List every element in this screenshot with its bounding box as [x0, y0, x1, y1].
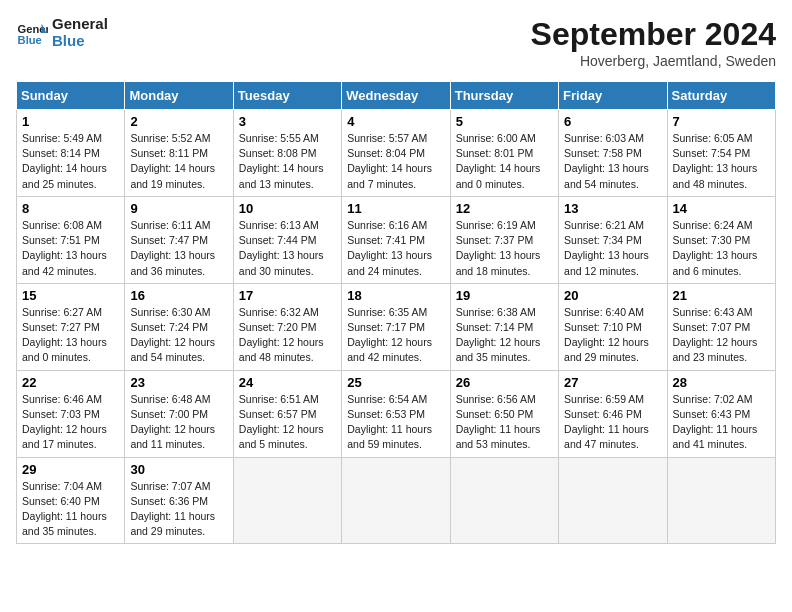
- day-info: Sunrise: 6:48 AMSunset: 7:00 PMDaylight:…: [130, 392, 227, 453]
- table-row: 12 Sunrise: 6:19 AMSunset: 7:37 PMDaylig…: [450, 196, 558, 283]
- col-wednesday: Wednesday: [342, 82, 450, 110]
- day-number: 8: [22, 201, 119, 216]
- day-info: Sunrise: 6:38 AMSunset: 7:14 PMDaylight:…: [456, 305, 553, 366]
- day-number: 17: [239, 288, 336, 303]
- table-row: 30 Sunrise: 7:07 AMSunset: 6:36 PMDaylig…: [125, 457, 233, 544]
- table-row: 1 Sunrise: 5:49 AMSunset: 8:14 PMDayligh…: [17, 110, 125, 197]
- table-row: 28 Sunrise: 7:02 AMSunset: 6:43 PMDaylig…: [667, 370, 775, 457]
- table-row: [559, 457, 667, 544]
- table-row: [450, 457, 558, 544]
- table-row: 4 Sunrise: 5:57 AMSunset: 8:04 PMDayligh…: [342, 110, 450, 197]
- table-row: [667, 457, 775, 544]
- day-number: 30: [130, 462, 227, 477]
- logo-icon: General Blue: [16, 17, 48, 49]
- day-info: Sunrise: 5:57 AMSunset: 8:04 PMDaylight:…: [347, 131, 444, 192]
- day-info: Sunrise: 6:30 AMSunset: 7:24 PMDaylight:…: [130, 305, 227, 366]
- table-row: 21 Sunrise: 6:43 AMSunset: 7:07 PMDaylig…: [667, 283, 775, 370]
- table-row: 11 Sunrise: 6:16 AMSunset: 7:41 PMDaylig…: [342, 196, 450, 283]
- day-info: Sunrise: 6:43 AMSunset: 7:07 PMDaylight:…: [673, 305, 770, 366]
- table-row: 10 Sunrise: 6:13 AMSunset: 7:44 PMDaylig…: [233, 196, 341, 283]
- day-number: 25: [347, 375, 444, 390]
- day-info: Sunrise: 7:07 AMSunset: 6:36 PMDaylight:…: [130, 479, 227, 540]
- day-info: Sunrise: 6:00 AMSunset: 8:01 PMDaylight:…: [456, 131, 553, 192]
- day-info: Sunrise: 6:56 AMSunset: 6:50 PMDaylight:…: [456, 392, 553, 453]
- day-number: 15: [22, 288, 119, 303]
- calendar-header-row: Sunday Monday Tuesday Wednesday Thursday…: [17, 82, 776, 110]
- day-info: Sunrise: 6:19 AMSunset: 7:37 PMDaylight:…: [456, 218, 553, 279]
- day-info: Sunrise: 5:55 AMSunset: 8:08 PMDaylight:…: [239, 131, 336, 192]
- table-row: 18 Sunrise: 6:35 AMSunset: 7:17 PMDaylig…: [342, 283, 450, 370]
- calendar-week-3: 15 Sunrise: 6:27 AMSunset: 7:27 PMDaylig…: [17, 283, 776, 370]
- table-row: 2 Sunrise: 5:52 AMSunset: 8:11 PMDayligh…: [125, 110, 233, 197]
- day-info: Sunrise: 5:52 AMSunset: 8:11 PMDaylight:…: [130, 131, 227, 192]
- day-number: 24: [239, 375, 336, 390]
- day-number: 28: [673, 375, 770, 390]
- day-number: 23: [130, 375, 227, 390]
- day-info: Sunrise: 6:11 AMSunset: 7:47 PMDaylight:…: [130, 218, 227, 279]
- day-info: Sunrise: 6:08 AMSunset: 7:51 PMDaylight:…: [22, 218, 119, 279]
- day-number: 11: [347, 201, 444, 216]
- day-info: Sunrise: 6:16 AMSunset: 7:41 PMDaylight:…: [347, 218, 444, 279]
- table-row: 7 Sunrise: 6:05 AMSunset: 7:54 PMDayligh…: [667, 110, 775, 197]
- day-info: Sunrise: 6:21 AMSunset: 7:34 PMDaylight:…: [564, 218, 661, 279]
- day-number: 13: [564, 201, 661, 216]
- day-info: Sunrise: 7:04 AMSunset: 6:40 PMDaylight:…: [22, 479, 119, 540]
- table-row: 5 Sunrise: 6:00 AMSunset: 8:01 PMDayligh…: [450, 110, 558, 197]
- day-number: 10: [239, 201, 336, 216]
- table-row: 15 Sunrise: 6:27 AMSunset: 7:27 PMDaylig…: [17, 283, 125, 370]
- logo-blue-text: Blue: [52, 33, 108, 50]
- day-number: 18: [347, 288, 444, 303]
- day-info: Sunrise: 6:24 AMSunset: 7:30 PMDaylight:…: [673, 218, 770, 279]
- day-info: Sunrise: 6:27 AMSunset: 7:27 PMDaylight:…: [22, 305, 119, 366]
- col-saturday: Saturday: [667, 82, 775, 110]
- location: Hoverberg, Jaemtland, Sweden: [531, 53, 776, 69]
- day-info: Sunrise: 6:05 AMSunset: 7:54 PMDaylight:…: [673, 131, 770, 192]
- day-number: 16: [130, 288, 227, 303]
- day-info: Sunrise: 6:51 AMSunset: 6:57 PMDaylight:…: [239, 392, 336, 453]
- table-row: 6 Sunrise: 6:03 AMSunset: 7:58 PMDayligh…: [559, 110, 667, 197]
- day-info: Sunrise: 6:32 AMSunset: 7:20 PMDaylight:…: [239, 305, 336, 366]
- day-number: 12: [456, 201, 553, 216]
- day-info: Sunrise: 6:46 AMSunset: 7:03 PMDaylight:…: [22, 392, 119, 453]
- day-number: 7: [673, 114, 770, 129]
- table-row: 25 Sunrise: 6:54 AMSunset: 6:53 PMDaylig…: [342, 370, 450, 457]
- table-row: 26 Sunrise: 6:56 AMSunset: 6:50 PMDaylig…: [450, 370, 558, 457]
- day-number: 1: [22, 114, 119, 129]
- calendar-week-1: 1 Sunrise: 5:49 AMSunset: 8:14 PMDayligh…: [17, 110, 776, 197]
- day-number: 27: [564, 375, 661, 390]
- col-tuesday: Tuesday: [233, 82, 341, 110]
- table-row: [342, 457, 450, 544]
- day-info: Sunrise: 6:35 AMSunset: 7:17 PMDaylight:…: [347, 305, 444, 366]
- day-number: 2: [130, 114, 227, 129]
- day-info: Sunrise: 5:49 AMSunset: 8:14 PMDaylight:…: [22, 131, 119, 192]
- calendar-week-5: 29 Sunrise: 7:04 AMSunset: 6:40 PMDaylig…: [17, 457, 776, 544]
- day-number: 26: [456, 375, 553, 390]
- month-title: September 2024: [531, 16, 776, 53]
- page-header: General Blue General Blue September 2024…: [16, 16, 776, 69]
- table-row: 19 Sunrise: 6:38 AMSunset: 7:14 PMDaylig…: [450, 283, 558, 370]
- table-row: 8 Sunrise: 6:08 AMSunset: 7:51 PMDayligh…: [17, 196, 125, 283]
- svg-text:Blue: Blue: [18, 34, 42, 46]
- day-info: Sunrise: 6:13 AMSunset: 7:44 PMDaylight:…: [239, 218, 336, 279]
- table-row: 20 Sunrise: 6:40 AMSunset: 7:10 PMDaylig…: [559, 283, 667, 370]
- day-number: 22: [22, 375, 119, 390]
- day-number: 5: [456, 114, 553, 129]
- day-number: 14: [673, 201, 770, 216]
- day-info: Sunrise: 6:03 AMSunset: 7:58 PMDaylight:…: [564, 131, 661, 192]
- day-info: Sunrise: 6:40 AMSunset: 7:10 PMDaylight:…: [564, 305, 661, 366]
- col-thursday: Thursday: [450, 82, 558, 110]
- logo: General Blue General Blue: [16, 16, 108, 49]
- day-number: 3: [239, 114, 336, 129]
- col-sunday: Sunday: [17, 82, 125, 110]
- table-row: 3 Sunrise: 5:55 AMSunset: 8:08 PMDayligh…: [233, 110, 341, 197]
- day-number: 29: [22, 462, 119, 477]
- title-block: September 2024 Hoverberg, Jaemtland, Swe…: [531, 16, 776, 69]
- day-number: 9: [130, 201, 227, 216]
- col-friday: Friday: [559, 82, 667, 110]
- table-row: 17 Sunrise: 6:32 AMSunset: 7:20 PMDaylig…: [233, 283, 341, 370]
- col-monday: Monday: [125, 82, 233, 110]
- table-row: 23 Sunrise: 6:48 AMSunset: 7:00 PMDaylig…: [125, 370, 233, 457]
- day-number: 21: [673, 288, 770, 303]
- table-row: 29 Sunrise: 7:04 AMSunset: 6:40 PMDaylig…: [17, 457, 125, 544]
- table-row: 24 Sunrise: 6:51 AMSunset: 6:57 PMDaylig…: [233, 370, 341, 457]
